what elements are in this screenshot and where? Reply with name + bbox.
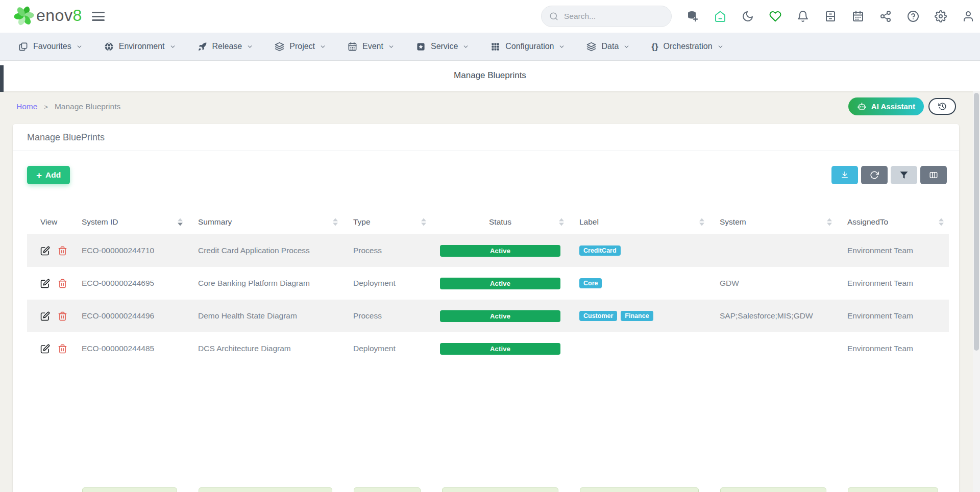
columns-button[interactable] <box>920 166 947 184</box>
edit-icon[interactable] <box>40 246 50 256</box>
edit-icon[interactable] <box>40 311 50 321</box>
column-header-system-id[interactable]: System ID <box>71 210 188 234</box>
filter-input-assignedto[interactable] <box>848 487 938 492</box>
chevron-down-icon <box>717 43 724 50</box>
card-toolbar: + Add <box>13 166 959 184</box>
collection-icon <box>18 42 28 52</box>
sort-icon[interactable] <box>699 218 704 226</box>
column-header-label[interactable]: Label <box>569 210 709 234</box>
top-bar: enov8 <box>0 0 980 33</box>
delete-icon[interactable] <box>58 344 67 354</box>
settings-gear-icon[interactable] <box>935 10 947 22</box>
breadcrumb-current: Manage Blueprints <box>55 102 120 111</box>
nav-item-project[interactable]: Project <box>264 33 337 60</box>
manage-blueprints-card: Manage BluePrints + Add <box>13 124 959 492</box>
type-cell: Deployment <box>343 344 431 353</box>
braces-icon: {} <box>651 42 658 51</box>
sort-icon[interactable] <box>827 218 832 226</box>
columns-icon <box>929 170 938 180</box>
logo-text: enov8 <box>36 7 82 23</box>
collapsed-sidebar-stripe <box>0 65 4 92</box>
favourites-heart-icon[interactable] <box>769 10 781 22</box>
delete-icon[interactable] <box>58 246 67 256</box>
globe-icon <box>104 42 114 52</box>
nav-label: Release <box>212 42 242 51</box>
nav-item-release[interactable]: Release <box>187 33 265 60</box>
filter-input-system-id[interactable] <box>82 487 177 492</box>
delete-icon[interactable] <box>58 311 67 321</box>
blueprints-table: View System ID Summary Type Status Label… <box>27 210 949 365</box>
search-bar[interactable] <box>541 6 672 27</box>
edit-icon[interactable] <box>40 344 50 354</box>
filter-input-type[interactable] <box>354 487 421 492</box>
nav-item-orchestration[interactable]: {} Orchestration <box>641 33 734 60</box>
sort-icon[interactable] <box>559 218 564 226</box>
hamburger-menu-icon[interactable] <box>92 12 105 21</box>
calendar-icon[interactable] <box>852 10 864 22</box>
chevron-down-icon <box>462 43 469 50</box>
grid-icon <box>491 42 500 52</box>
notifications-bell-icon[interactable] <box>797 10 809 22</box>
table-row: ECO-000000244496 Demo Health State Diagr… <box>27 300 949 332</box>
label-badge: Finance <box>621 311 653 322</box>
label-badge: CreditCard <box>579 245 621 256</box>
summary-cell: Core Banking Platform Diagram <box>188 279 343 288</box>
add-button[interactable]: + Add <box>27 166 70 184</box>
filter-input-status[interactable] <box>442 487 558 492</box>
assignedto-cell: Environment Team <box>837 344 949 353</box>
status-badge: Active <box>440 278 560 289</box>
scrollbar-thumb[interactable] <box>974 93 979 351</box>
add-data-icon[interactable] <box>687 10 699 22</box>
table-tools <box>831 166 947 184</box>
filter-input-summary[interactable] <box>199 487 332 492</box>
nav-item-configuration[interactable]: Configuration <box>480 33 576 60</box>
home-icon[interactable] <box>714 10 726 22</box>
sort-icon[interactable] <box>333 218 338 226</box>
sort-icon[interactable] <box>421 218 426 226</box>
card-title: Manage BluePrints <box>13 124 959 151</box>
status-badge: Active <box>440 310 560 322</box>
help-icon[interactable] <box>907 10 919 22</box>
sort-icon[interactable] <box>939 218 944 226</box>
filter-button[interactable] <box>891 166 917 184</box>
refresh-icon <box>870 170 879 180</box>
chevron-down-icon <box>623 43 630 50</box>
column-header-assignedto[interactable]: AssignedTo <box>837 210 949 234</box>
calendar-icon <box>348 42 357 52</box>
nav-item-data[interactable]: Data <box>576 33 641 60</box>
breadcrumb-home-link[interactable]: Home <box>16 102 37 111</box>
profile-icon[interactable] <box>962 10 974 22</box>
dark-mode-icon[interactable] <box>742 10 754 22</box>
nav-label: Event <box>362 42 383 51</box>
download-button[interactable] <box>831 166 858 184</box>
archive-icon[interactable] <box>824 10 837 22</box>
plus-icon: + <box>36 170 42 180</box>
column-header-status[interactable]: Status <box>431 210 569 234</box>
nav-label: Favourites <box>33 42 71 51</box>
table-header-row: View System ID Summary Type Status Label… <box>27 210 949 234</box>
nav-item-favourites[interactable]: Favourites <box>8 33 94 60</box>
summary-cell: Demo Health State Diagram <box>188 311 343 321</box>
enov8-logo[interactable]: enov8 <box>13 5 82 26</box>
refresh-button[interactable] <box>861 166 888 184</box>
column-header-system[interactable]: System <box>709 210 837 234</box>
delete-icon[interactable] <box>58 279 67 288</box>
filter-input-label[interactable] <box>580 487 699 492</box>
share-icon[interactable] <box>879 10 892 22</box>
sort-icon[interactable] <box>178 218 183 226</box>
ai-assistant-button[interactable]: AI Assistant <box>848 97 924 115</box>
nav-item-service[interactable]: Service <box>406 33 480 60</box>
nav-item-event[interactable]: Event <box>337 33 406 60</box>
filter-icon <box>899 170 909 180</box>
search-input[interactable] <box>563 11 664 21</box>
vertical-scrollbar[interactable] <box>973 91 980 492</box>
nav-label: Service <box>431 42 458 51</box>
nav-item-environment[interactable]: Environment <box>94 33 187 60</box>
history-button[interactable] <box>928 98 956 115</box>
column-header-summary[interactable]: Summary <box>188 210 343 234</box>
status-badge: Active <box>440 245 560 257</box>
column-header-type[interactable]: Type <box>343 210 431 234</box>
label-badge: Customer <box>579 311 617 322</box>
edit-icon[interactable] <box>40 279 50 288</box>
filter-input-system[interactable] <box>720 487 826 492</box>
